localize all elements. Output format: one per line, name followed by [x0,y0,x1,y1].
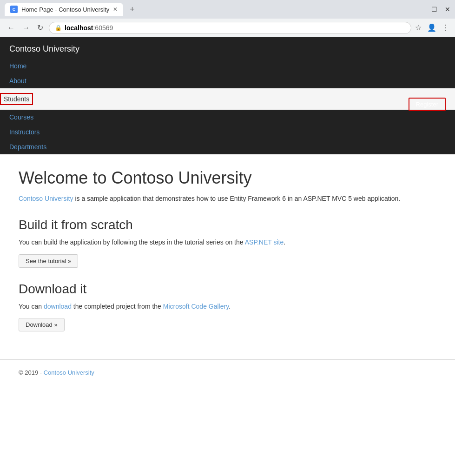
maximize-icon[interactable]: ☐ [431,6,437,13]
refresh-button[interactable]: ↻ [35,21,45,34]
address-bar[interactable]: 🔒 localhost:60569 [49,22,411,34]
brand-name[interactable]: Contoso University [9,37,446,59]
build-text-prefix: You can build the application by followi… [19,238,245,246]
address-actions: ☆ 👤 ⋮ [415,23,449,32]
download-section-text: You can download the completed project f… [19,301,436,311]
tab-favicon: C [10,6,18,13]
download-link[interactable]: download [44,303,72,310]
tutorial-button[interactable]: See the tutorial » [19,254,78,268]
site-navigation: Contoso University Home About Students C… [0,37,455,154]
forward-button[interactable]: → [20,22,32,34]
nav-instructors[interactable]: Instructors [9,125,446,139]
browser-chrome: C Home Page - Contoso University ✕ + — ☐… [0,0,455,37]
window-controls: — ☐ ✕ [417,6,450,13]
new-tab-button[interactable]: + [126,5,138,14]
build-section-text: You can build the application by followi… [19,237,436,247]
more-options-button[interactable]: ⋮ [442,23,449,32]
secure-icon: 🔒 [55,25,62,31]
download-section-title: Download it [19,282,436,297]
aspnet-site-link[interactable]: ASP.NET site [245,238,284,246]
nav-links-bottom: Courses Instructors Departments [9,110,446,154]
back-button[interactable]: ← [6,22,17,34]
register-button[interactable]: Register [409,98,446,111]
account-icon[interactable]: 👤 [427,23,436,32]
nav-departments[interactable]: Departments [9,139,446,154]
browser-addressbar: ← → ↻ 🔒 localhost:60569 ☆ 👤 ⋮ [0,19,455,37]
code-gallery-link[interactable]: Microsoft Code Gallery [163,303,229,310]
url-host: localhost:60569 [65,24,113,32]
nav-links: Home About [9,59,446,88]
nav-active-item: Students [0,88,455,110]
download-text-suffix: . [229,303,231,310]
minimize-icon[interactable]: — [417,6,424,13]
page-heading: Welcome to Contoso University [19,168,436,188]
nav-courses[interactable]: Courses [9,110,446,125]
nav-students[interactable]: Students [0,93,33,105]
tab-close-icon[interactable]: ✕ [113,6,118,13]
close-icon[interactable]: ✕ [445,6,450,13]
intro-text-body: is a sample application that demonstrate… [73,195,401,202]
download-text-prefix: You can [19,303,44,310]
download-text-mid: the completed project from the [72,303,163,310]
intro-paragraph: Contoso University is a sample applicati… [19,193,436,204]
nav-home[interactable]: Home [9,59,446,73]
browser-tab[interactable]: C Home Page - Contoso University ✕ [5,3,123,16]
navbar: Contoso University Home About [0,37,455,88]
contoso-link[interactable]: Contoso University [19,195,73,202]
main-content: Welcome to Contoso University Contoso Un… [0,154,455,359]
footer-link[interactable]: Contoso University [44,369,94,376]
bookmark-icon[interactable]: ☆ [415,23,422,32]
site-footer: © 2019 - Contoso University [0,359,455,385]
download-button[interactable]: Download » [19,318,65,331]
navbar-bottom: Courses Instructors Departments [0,110,455,154]
nav-about[interactable]: About [9,73,446,88]
build-section-title: Build it from scratch [19,218,436,232]
browser-titlebar: C Home Page - Contoso University ✕ + — ☐… [0,0,455,19]
footer-copyright: © 2019 - [19,369,44,376]
build-text-suffix: . [284,238,285,246]
tab-title: Home Page - Contoso University [21,6,109,13]
